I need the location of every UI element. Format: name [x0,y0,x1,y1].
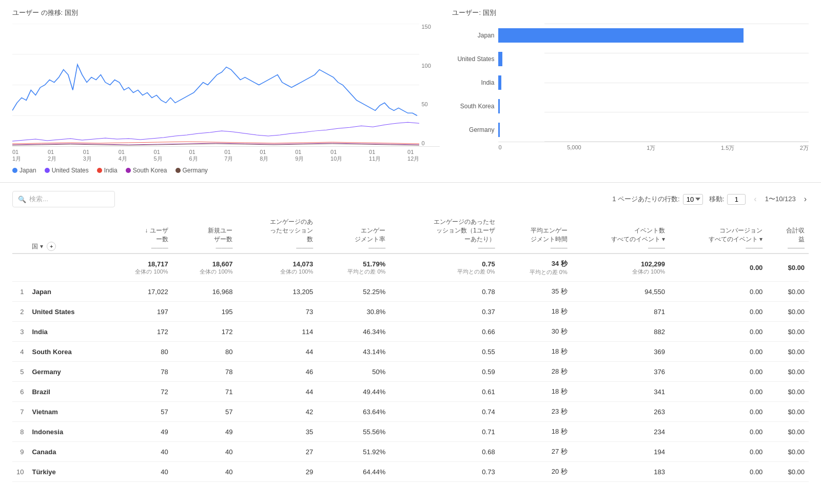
bar-row-southkorea [498,99,809,113]
legend-dot-germany [175,168,181,173]
table-header-row: 国 ▾ + ↓ ユーザー数——— 新規ユーザー数——— エンゲージのあったセッシ… [12,214,809,254]
th-rank [12,214,28,254]
total-event-count: 102,299 [576,260,665,268]
table-row: 5 Germany 78 78 46 50% 0.59 28 秒 376 0.0… [12,362,809,382]
bar-fill-india [498,75,501,90]
move-to: 移動: [709,194,746,205]
table-row: 10 Türkiye 40 40 29 64.44% 0.73 20 秒 183… [12,462,809,482]
th-engagement-rate[interactable]: エンゲージメント率——— [317,214,389,254]
legend-dot-us [45,168,50,173]
next-page-button[interactable]: › [802,193,809,205]
total-conversions: 0.00 [673,264,763,272]
total-new-users: 18,607 [177,260,233,268]
table-row: 4 South Korea 80 80 44 43.14% 0.55 18 秒 … [12,342,809,362]
th-country[interactable]: 国 ▾ + [28,214,107,254]
th-engaged-sessions[interactable]: エンゲージのあったセッション数——— [237,214,317,254]
rows-per-page: 1 ページあたりの行数: 10 25 50 [612,194,702,205]
legend-germany: Germany [175,167,208,174]
th-event-count[interactable]: イベント数すべてのイベント ▾——— [572,214,669,254]
total-engagement-rate-sub: 平均との差 0% [321,268,385,276]
legend-dot-india [97,168,102,173]
th-avg-time[interactable]: 平均エンゲージメント時間——— [499,214,572,254]
bar-chart-title: ユーザー: 国別 [452,8,809,17]
bar-rows [498,24,809,142]
bar-row-germany [498,123,809,137]
table-controls: 🔍 検索... 1 ページあたりの行数: 10 25 50 移動: ‹ 1〜10… [12,191,809,207]
chart-legend: Japan United States India South Korea Ge… [12,167,440,174]
total-engaged-sessions-sub: 全体の 100% [241,268,313,276]
bar-row-india [498,75,809,90]
line-chart-title: ユーザー の推移: 国別 [12,8,440,17]
table-row: 8 Indonesia 49 49 35 55.56% 0.71 18 秒 23… [12,422,809,442]
pagination-controls: 1 ページあたりの行数: 10 25 50 移動: ‹ 1〜10/123 › [612,193,809,205]
total-avg-time-sub: 平均との差 0% [503,268,568,276]
total-users: 18,717 [112,260,168,268]
th-new-users[interactable]: 新規ユーザー数——— [172,214,237,254]
table-row: 3 India 172 172 114 46.34% 0.66 30 秒 882… [12,322,809,342]
bar-fill-germany [498,123,500,137]
bar-fill-us [498,52,502,66]
rows-per-page-select[interactable]: 10 25 50 [683,194,703,205]
legend-us: United States [45,167,89,174]
legend-southkorea: South Korea [126,167,167,174]
bar-chart-container: ユーザー: 国別 Japan United States India South… [452,8,809,174]
bar-row-japan [498,28,809,43]
table-row: 6 Brazil 72 71 44 49.44% 0.61 18 秒 341 0… [12,382,809,402]
total-revenue: $0.00 [771,264,805,272]
move-to-label: 移動: [709,195,725,204]
total-users-sub: 全体の 100% [112,268,168,276]
bar-fill-japan [498,28,744,43]
bar-x-axis: 0 5,000 1万 1.5万 2万 [498,142,809,152]
move-to-input[interactable] [727,194,746,205]
x-axis-labels: 011月 012月 013月 014月 015月 016月 017月 018月 … [12,147,440,163]
bar-fill-southkorea [498,99,500,113]
page-range: 1〜10/123 [765,195,796,204]
legend-india: India [97,167,118,174]
total-engaged-sessions: 14,073 [241,260,313,268]
th-users[interactable]: ↓ ユーザー数——— [108,214,172,254]
search-placeholder: 検索... [29,195,48,204]
total-engaged-per-user: 0.75 [394,260,495,268]
bar-chart-inner: Japan United States India South Korea Ge… [452,24,809,142]
total-engagement-rate: 51.79% [321,260,385,268]
th-engaged-per-user[interactable]: エンゲージのあったセッション数（1ユーザーあたり）——— [389,214,499,254]
line-chart-svg [12,24,419,146]
table-row: 1 Japan 17,022 16,968 13,205 52.25% 0.78… [12,282,809,302]
totals-row: 18,717 全体の 100% 18,607 全体の 100% 14,073 全… [12,254,809,282]
rows-per-page-label: 1 ページあたりの行数: [612,195,679,204]
sort-icon: ↓ [145,227,148,234]
line-chart-area: 150 100 50 0 [12,24,440,147]
y-axis-labels: 150 100 50 0 [419,24,440,146]
table-row: 7 Vietnam 57 57 42 63.64% 0.74 23 秒 263 … [12,402,809,422]
bar-chart-area: Japan United States India South Korea Ge… [452,24,809,157]
search-box[interactable]: 🔍 検索... [12,191,115,207]
th-revenue[interactable]: 合計収益——— [767,214,809,254]
th-conversions[interactable]: コンバージョンすべてのイベント ▾——— [669,214,767,254]
legend-japan: Japan [12,167,36,174]
table-row: 2 United States 197 195 73 30.8% 0.37 18… [12,302,809,322]
data-table: 国 ▾ + ↓ ユーザー数——— 新規ユーザー数——— エンゲージのあったセッシ… [12,214,809,482]
bottom-section: 🔍 検索... 1 ページあたりの行数: 10 25 50 移動: ‹ 1〜10… [0,183,821,490]
total-avg-time: 34 秒 [503,259,568,268]
prev-page-button[interactable]: ‹ [752,193,758,205]
search-icon: 🔍 [18,196,26,203]
total-new-users-sub: 全体の 100% [177,268,233,276]
total-engaged-per-user-sub: 平均との差 0% [394,268,495,276]
bar-y-labels: Japan United States India South Korea Ge… [452,24,498,142]
bar-row-us [498,52,809,66]
legend-dot-japan [12,168,17,173]
table-row: 9 Canada 40 40 27 51.92% 0.68 27 秒 194 0… [12,442,809,462]
line-chart-container: ユーザー の推移: 国別 150 100 50 0 [12,8,440,174]
add-dimension-button[interactable]: + [47,242,56,251]
total-event-count-sub: 全体の 100% [576,268,665,276]
legend-dot-southkorea [126,168,131,173]
